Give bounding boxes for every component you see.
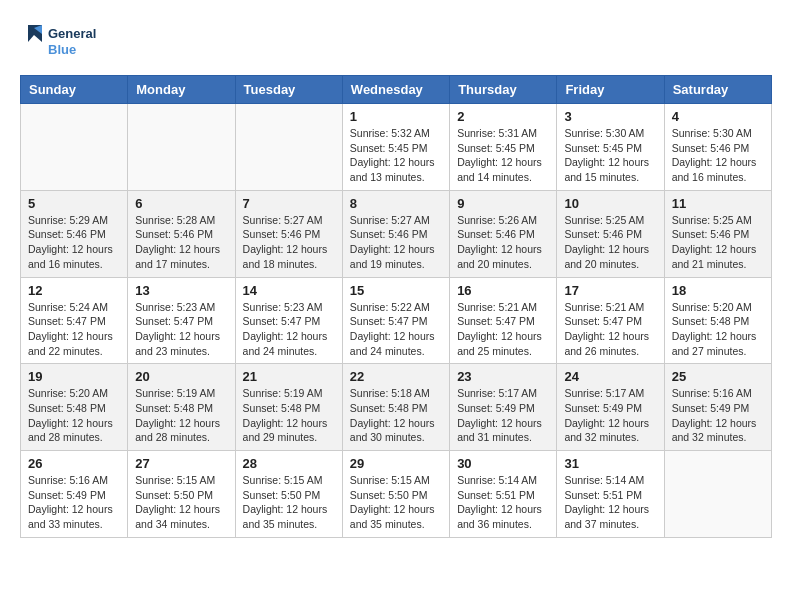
day-info: Sunrise: 5:24 AMSunset: 5:47 PMDaylight:… bbox=[28, 300, 120, 359]
day-info: Sunrise: 5:21 AMSunset: 5:47 PMDaylight:… bbox=[457, 300, 549, 359]
day-number: 27 bbox=[135, 456, 227, 471]
day-number: 8 bbox=[350, 196, 442, 211]
calendar-cell: 3Sunrise: 5:30 AMSunset: 5:45 PMDaylight… bbox=[557, 104, 664, 191]
day-info: Sunrise: 5:20 AMSunset: 5:48 PMDaylight:… bbox=[28, 386, 120, 445]
calendar-cell bbox=[235, 104, 342, 191]
calendar-cell: 15Sunrise: 5:22 AMSunset: 5:47 PMDayligh… bbox=[342, 277, 449, 364]
calendar-cell: 18Sunrise: 5:20 AMSunset: 5:48 PMDayligh… bbox=[664, 277, 771, 364]
day-info: Sunrise: 5:23 AMSunset: 5:47 PMDaylight:… bbox=[243, 300, 335, 359]
day-number: 20 bbox=[135, 369, 227, 384]
day-number: 23 bbox=[457, 369, 549, 384]
calendar-cell: 25Sunrise: 5:16 AMSunset: 5:49 PMDayligh… bbox=[664, 364, 771, 451]
day-number: 17 bbox=[564, 283, 656, 298]
day-info: Sunrise: 5:19 AMSunset: 5:48 PMDaylight:… bbox=[135, 386, 227, 445]
day-info: Sunrise: 5:25 AMSunset: 5:46 PMDaylight:… bbox=[672, 213, 764, 272]
day-number: 4 bbox=[672, 109, 764, 124]
calendar-cell: 30Sunrise: 5:14 AMSunset: 5:51 PMDayligh… bbox=[450, 451, 557, 538]
calendar-cell: 12Sunrise: 5:24 AMSunset: 5:47 PMDayligh… bbox=[21, 277, 128, 364]
calendar-cell: 21Sunrise: 5:19 AMSunset: 5:48 PMDayligh… bbox=[235, 364, 342, 451]
day-info: Sunrise: 5:15 AMSunset: 5:50 PMDaylight:… bbox=[350, 473, 442, 532]
day-info: Sunrise: 5:22 AMSunset: 5:47 PMDaylight:… bbox=[350, 300, 442, 359]
day-number: 10 bbox=[564, 196, 656, 211]
weekday-header-wednesday: Wednesday bbox=[342, 76, 449, 104]
day-number: 14 bbox=[243, 283, 335, 298]
calendar-cell: 6Sunrise: 5:28 AMSunset: 5:46 PMDaylight… bbox=[128, 190, 235, 277]
day-info: Sunrise: 5:20 AMSunset: 5:48 PMDaylight:… bbox=[672, 300, 764, 359]
day-number: 19 bbox=[28, 369, 120, 384]
day-info: Sunrise: 5:28 AMSunset: 5:46 PMDaylight:… bbox=[135, 213, 227, 272]
week-row-3: 12Sunrise: 5:24 AMSunset: 5:47 PMDayligh… bbox=[21, 277, 772, 364]
calendar-cell: 13Sunrise: 5:23 AMSunset: 5:47 PMDayligh… bbox=[128, 277, 235, 364]
calendar-cell: 9Sunrise: 5:26 AMSunset: 5:46 PMDaylight… bbox=[450, 190, 557, 277]
calendar-cell: 19Sunrise: 5:20 AMSunset: 5:48 PMDayligh… bbox=[21, 364, 128, 451]
week-row-2: 5Sunrise: 5:29 AMSunset: 5:46 PMDaylight… bbox=[21, 190, 772, 277]
logo: General Blue bbox=[20, 20, 110, 65]
day-info: Sunrise: 5:30 AMSunset: 5:46 PMDaylight:… bbox=[672, 126, 764, 185]
day-number: 3 bbox=[564, 109, 656, 124]
day-number: 30 bbox=[457, 456, 549, 471]
day-info: Sunrise: 5:16 AMSunset: 5:49 PMDaylight:… bbox=[672, 386, 764, 445]
day-number: 21 bbox=[243, 369, 335, 384]
calendar-cell bbox=[128, 104, 235, 191]
day-number: 29 bbox=[350, 456, 442, 471]
calendar-cell: 10Sunrise: 5:25 AMSunset: 5:46 PMDayligh… bbox=[557, 190, 664, 277]
calendar-cell: 8Sunrise: 5:27 AMSunset: 5:46 PMDaylight… bbox=[342, 190, 449, 277]
calendar-cell: 31Sunrise: 5:14 AMSunset: 5:51 PMDayligh… bbox=[557, 451, 664, 538]
day-info: Sunrise: 5:25 AMSunset: 5:46 PMDaylight:… bbox=[564, 213, 656, 272]
calendar-header-row: SundayMondayTuesdayWednesdayThursdayFrid… bbox=[21, 76, 772, 104]
day-info: Sunrise: 5:26 AMSunset: 5:46 PMDaylight:… bbox=[457, 213, 549, 272]
weekday-header-sunday: Sunday bbox=[21, 76, 128, 104]
day-number: 16 bbox=[457, 283, 549, 298]
day-info: Sunrise: 5:16 AMSunset: 5:49 PMDaylight:… bbox=[28, 473, 120, 532]
day-info: Sunrise: 5:21 AMSunset: 5:47 PMDaylight:… bbox=[564, 300, 656, 359]
weekday-header-monday: Monday bbox=[128, 76, 235, 104]
day-info: Sunrise: 5:14 AMSunset: 5:51 PMDaylight:… bbox=[564, 473, 656, 532]
day-number: 31 bbox=[564, 456, 656, 471]
calendar-cell: 27Sunrise: 5:15 AMSunset: 5:50 PMDayligh… bbox=[128, 451, 235, 538]
day-number: 12 bbox=[28, 283, 120, 298]
day-number: 6 bbox=[135, 196, 227, 211]
calendar-cell: 4Sunrise: 5:30 AMSunset: 5:46 PMDaylight… bbox=[664, 104, 771, 191]
day-number: 11 bbox=[672, 196, 764, 211]
calendar-cell: 14Sunrise: 5:23 AMSunset: 5:47 PMDayligh… bbox=[235, 277, 342, 364]
calendar-cell: 20Sunrise: 5:19 AMSunset: 5:48 PMDayligh… bbox=[128, 364, 235, 451]
week-row-1: 1Sunrise: 5:32 AMSunset: 5:45 PMDaylight… bbox=[21, 104, 772, 191]
day-info: Sunrise: 5:19 AMSunset: 5:48 PMDaylight:… bbox=[243, 386, 335, 445]
calendar-cell: 7Sunrise: 5:27 AMSunset: 5:46 PMDaylight… bbox=[235, 190, 342, 277]
day-info: Sunrise: 5:30 AMSunset: 5:45 PMDaylight:… bbox=[564, 126, 656, 185]
calendar-cell: 23Sunrise: 5:17 AMSunset: 5:49 PMDayligh… bbox=[450, 364, 557, 451]
day-number: 1 bbox=[350, 109, 442, 124]
calendar-table: SundayMondayTuesdayWednesdayThursdayFrid… bbox=[20, 75, 772, 538]
day-number: 15 bbox=[350, 283, 442, 298]
calendar-cell: 1Sunrise: 5:32 AMSunset: 5:45 PMDaylight… bbox=[342, 104, 449, 191]
day-number: 2 bbox=[457, 109, 549, 124]
day-info: Sunrise: 5:27 AMSunset: 5:46 PMDaylight:… bbox=[243, 213, 335, 272]
calendar-cell: 5Sunrise: 5:29 AMSunset: 5:46 PMDaylight… bbox=[21, 190, 128, 277]
day-info: Sunrise: 5:18 AMSunset: 5:48 PMDaylight:… bbox=[350, 386, 442, 445]
calendar-cell: 29Sunrise: 5:15 AMSunset: 5:50 PMDayligh… bbox=[342, 451, 449, 538]
day-info: Sunrise: 5:15 AMSunset: 5:50 PMDaylight:… bbox=[135, 473, 227, 532]
weekday-header-friday: Friday bbox=[557, 76, 664, 104]
weekday-header-tuesday: Tuesday bbox=[235, 76, 342, 104]
day-info: Sunrise: 5:31 AMSunset: 5:45 PMDaylight:… bbox=[457, 126, 549, 185]
svg-text:Blue: Blue bbox=[48, 42, 76, 57]
calendar-cell bbox=[21, 104, 128, 191]
logo-svg: General Blue bbox=[20, 20, 110, 65]
calendar-cell: 26Sunrise: 5:16 AMSunset: 5:49 PMDayligh… bbox=[21, 451, 128, 538]
svg-text:General: General bbox=[48, 26, 96, 41]
calendar-cell: 2Sunrise: 5:31 AMSunset: 5:45 PMDaylight… bbox=[450, 104, 557, 191]
day-number: 25 bbox=[672, 369, 764, 384]
week-row-5: 26Sunrise: 5:16 AMSunset: 5:49 PMDayligh… bbox=[21, 451, 772, 538]
day-info: Sunrise: 5:15 AMSunset: 5:50 PMDaylight:… bbox=[243, 473, 335, 532]
day-number: 24 bbox=[564, 369, 656, 384]
calendar-cell: 22Sunrise: 5:18 AMSunset: 5:48 PMDayligh… bbox=[342, 364, 449, 451]
day-number: 22 bbox=[350, 369, 442, 384]
page-header: General Blue bbox=[20, 20, 772, 65]
day-info: Sunrise: 5:14 AMSunset: 5:51 PMDaylight:… bbox=[457, 473, 549, 532]
day-info: Sunrise: 5:32 AMSunset: 5:45 PMDaylight:… bbox=[350, 126, 442, 185]
weekday-header-saturday: Saturday bbox=[664, 76, 771, 104]
calendar-cell: 16Sunrise: 5:21 AMSunset: 5:47 PMDayligh… bbox=[450, 277, 557, 364]
day-info: Sunrise: 5:27 AMSunset: 5:46 PMDaylight:… bbox=[350, 213, 442, 272]
day-info: Sunrise: 5:17 AMSunset: 5:49 PMDaylight:… bbox=[564, 386, 656, 445]
calendar-cell bbox=[664, 451, 771, 538]
